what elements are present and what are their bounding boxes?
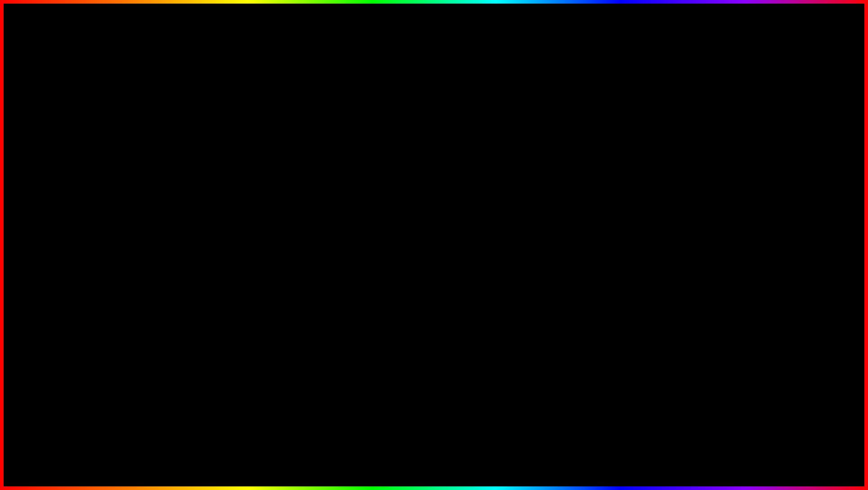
ml-rock150-label: Rock 150k <box>274 153 295 158</box>
ml-small-content: Auto-Rebirth CLICK THIS TO COMFIRM AUTO-… <box>626 200 813 270</box>
ml-small-title-bar: Muscle Legends ✕ <box>626 190 813 200</box>
ml-rock400-status: ❌ <box>359 160 364 165</box>
hades-hiding-spot-label: Hiding Spot <box>622 167 647 172</box>
ml-close[interactable]: X <box>357 134 364 141</box>
ml-type-here: Type Here <box>787 260 808 265</box>
ml-content: Weight ✅ Rock 150k ❌ Rock 400k ❌ Rock 75… <box>271 143 368 224</box>
ml-rock1m-label: Rock 1m <box>274 174 292 179</box>
speed-nav-main[interactable]: Main <box>122 233 251 244</box>
ml-weight-status: ✅ <box>359 146 364 151</box>
speed-nav-crystal[interactable]: Crystal <box>122 282 251 293</box>
speed-hub-title-text: Speed Hub X <box>121 175 150 180</box>
ml-auto-rebirth-checkbox[interactable] <box>631 205 638 211</box>
hades-shrink-self[interactable]: Shrink Self <box>622 129 800 140</box>
ui-settings-tab[interactable]: UI Settings <box>129 108 258 119</box>
vg-item-ellipsis1: ... <box>63 162 238 169</box>
hades-auto-shrink-checkbox[interactable] <box>622 145 628 151</box>
speed-item-frost: Auto Frost Squat <box>122 309 251 322</box>
ml-controls: - X <box>348 134 364 141</box>
speed-item-frost-label: Auto Frost Squat <box>125 312 179 320</box>
speed-nav-rebirths[interactable]: Rebirths <box>122 270 251 281</box>
ml-small-close[interactable]: ✕ <box>805 192 809 198</box>
ml-strength-slider[interactable] <box>654 261 783 263</box>
ml-row-rock750: Rock 750k ❌ <box>273 166 366 174</box>
speed-nav-farm[interactable]: Farm <box>122 258 251 268</box>
ml-row-weight: Weight ✅ <box>273 145 366 152</box>
ml-rock400-label: Rock 400k <box>274 160 295 165</box>
ml-auto-rebirth-label: Auto-Rebirth <box>640 205 668 211</box>
ui-settings-item-2: No T... <box>133 129 254 136</box>
ml-small-window: Muscle Legends ✕ Auto-Rebirth CLICK THIS… <box>625 189 814 271</box>
hades-player-size-label: Player Size <box>622 122 800 127</box>
million-warriors-text: MILLIONWARRIORS <box>673 426 841 481</box>
tab-muscle-legends[interactable]: Muscle Legends <box>63 118 114 128</box>
speed-item-punch-label: Auto Punch Forzen Rock <box>125 326 206 334</box>
ml-speed-slider[interactable] <box>649 228 793 230</box>
ml-jump-row: JumpPower 50 <box>630 233 810 241</box>
ml-rock5m-status: ❌ <box>359 182 364 187</box>
ml-confirm-rebirth-btn[interactable]: CLICK THIS TO COMFIRM AUTO-REBIRTH <box>630 214 810 223</box>
ml-rock5m-label: Rock 5m <box>274 182 292 187</box>
ml-row-rock5m: Rock 5m ❌ <box>273 181 366 188</box>
hades-title-text: HadesHub | Muscle Legends <box>629 108 692 113</box>
ui-settings-item-3: Enable WalkS... <box>133 136 254 144</box>
ml-jump-label: JumpPower <box>631 234 658 240</box>
speed-item-punch: Auto Punch Forzen Rock <box>122 324 251 336</box>
ml-strength-row: Strength Type Here <box>630 258 810 266</box>
ml-row-rock400: Rock 400k ❌ <box>273 159 366 166</box>
ml-row-rock150: Rock 150k ❌ <box>273 152 366 159</box>
million-warriors-container: MILLIONWARRIORS <box>673 426 841 481</box>
ml-rock750-status: ❌ <box>359 167 364 172</box>
hades-checkbox-1[interactable] <box>622 177 628 183</box>
ml-main-client-text: Main | (ALL ARE CLIENT-SIDED) <box>630 250 810 258</box>
hades-hiding-spot-row: Hiding Spot <box>622 165 800 175</box>
hades-empty-row1 <box>622 175 800 185</box>
ml-minimize[interactable]: - <box>348 134 355 141</box>
hades-strength-mode-label: Strength Training Mode <box>622 157 800 162</box>
speed-hub-nav: Main Auto Farm Farm Rebirths Crystal Pet… <box>117 231 256 307</box>
vg-hub-title-text: V.G Hub <box>67 110 85 116</box>
ml-weight-label: Weight <box>274 146 288 151</box>
hades-search-icon[interactable]: 🔍 <box>783 107 791 114</box>
ml-rock1m-status: ❌ <box>359 174 364 179</box>
ui-container: UI Settings PapaPlantz#3856 Personal Fea… <box>63 103 805 432</box>
hades-more-icon[interactable]: ⋮ <box>773 107 779 114</box>
ui-settings-item-4: Fps Cap <box>133 144 254 151</box>
ml-strength-label: Strength <box>631 259 650 265</box>
hades-close-icon[interactable]: ✕ <box>794 107 800 114</box>
mystical-gym-header: Mystical Gym <box>122 338 251 346</box>
speed-nav-petdupe[interactable]: Pet Dupe <box>122 294 251 305</box>
speed-hub-items: Auto Frost Squat Auto Punch Forzen Rock … <box>117 307 256 363</box>
ml-rock150-status: ❌ <box>359 153 364 158</box>
speed-item-pullup-label: Auto Mystical Pullup <box>125 350 190 358</box>
hades-auto-shrink-label: Auto Shrink - Use with Press/Boulder <box>631 146 713 151</box>
ml-speed-row: Speed 16 <box>630 225 810 233</box>
main-title: MUSCLE LEGENDS <box>0 8 868 85</box>
ui-settings-panel: UI Settings PapaPlantz#3856 Personal Fea… <box>128 108 259 162</box>
ml-speed-label: Speed <box>631 226 646 232</box>
svg-point-11 <box>183 201 185 203</box>
hades-menu-icon: ☰ <box>622 108 626 114</box>
hades-hiding-spot-checkbox[interactable] <box>651 166 657 173</box>
ml-jump-value: 50 <box>796 234 808 240</box>
ml-speed-value: 16 <box>796 226 808 232</box>
speed-item-pullup: Auto Mystical Pullup <box>122 348 251 361</box>
toggle-punch[interactable] <box>232 326 248 334</box>
ui-settings-item-1: PapaPlantz#3856 Personal Feature <box>133 121 254 129</box>
ui-settings-items: PapaPlantz#3856 Personal Feature No T...… <box>129 119 258 161</box>
toggle-pullup[interactable] <box>232 350 248 358</box>
speed-hub-logo-icon <box>169 188 205 224</box>
ml-jump-slider[interactable] <box>661 236 793 238</box>
ml-spoofing-header: Spoofing <box>630 241 810 250</box>
hades-controls: ⋮ 🔍 ✕ <box>773 107 800 114</box>
ml-small-title-text: Muscle Legends <box>631 192 669 198</box>
ui-settings-item-5: O... <box>133 151 254 159</box>
hades-title-left: ☰ HadesHub | Muscle Legends <box>622 108 692 114</box>
ml-auto-rebirth-row: Auto-Rebirth <box>630 204 810 213</box>
speed-nav-autofarm[interactable]: Auto Farm <box>122 245 251 256</box>
svg-point-8 <box>179 207 194 216</box>
script-pastebin-text: SCRIPT PASTEBIN <box>325 430 614 467</box>
toggle-frost[interactable] <box>232 312 248 320</box>
ml-row-rock1m: Rock 1m ❌ <box>273 174 366 181</box>
hades-title-bar: ☰ HadesHub | Muscle Legends ⋮ 🔍 ✕ <box>617 104 804 117</box>
